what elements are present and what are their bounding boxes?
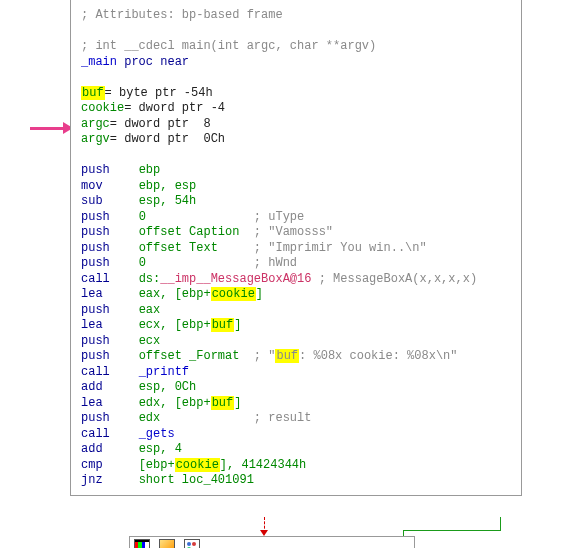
instr[interactable]: cmp [ebp+cookie], 41424344h: [81, 458, 511, 474]
instr[interactable]: push eax: [81, 303, 511, 319]
instr[interactable]: add esp, 4: [81, 442, 511, 458]
var-argv[interactable]: argv= dword ptr 0Ch: [81, 132, 511, 148]
comment-attributes: ; Attributes: bp-based frame: [81, 8, 511, 24]
graph-nodes-icon[interactable]: [184, 539, 200, 548]
instr[interactable]: lea edx, [ebp+buf]: [81, 396, 511, 412]
var-argc[interactable]: argc= dword ptr 8: [81, 117, 511, 133]
instr[interactable]: push 0 ; uType: [81, 210, 511, 226]
instr[interactable]: call _gets: [81, 427, 511, 443]
var-buf[interactable]: buf= byte ptr -54h: [81, 86, 511, 102]
var-cookie[interactable]: cookie= dword ptr -4: [81, 101, 511, 117]
instr[interactable]: call ds:__imp__MessageBoxA@16 ; MessageB…: [81, 272, 511, 288]
proc-declaration[interactable]: _main proc near: [81, 55, 511, 71]
instr[interactable]: add esp, 0Ch: [81, 380, 511, 396]
annotation-arrow: [30, 122, 72, 134]
instr[interactable]: sub esp, 54h: [81, 194, 511, 210]
instr[interactable]: push edx ; result: [81, 411, 511, 427]
instr[interactable]: lea ecx, [ebp+buf]: [81, 318, 511, 334]
disassembly-block[interactable]: ; Attributes: bp-based frame ; int __cde…: [70, 0, 522, 496]
instr[interactable]: push offset Caption ; "Vamosss": [81, 225, 511, 241]
next-block-header[interactable]: [129, 536, 415, 548]
instr[interactable]: push ecx: [81, 334, 511, 350]
flow-edge-true: [500, 517, 501, 530]
instr[interactable]: lea eax, [ebp+cookie]: [81, 287, 511, 303]
instr[interactable]: push ebp: [81, 163, 511, 179]
folder-icon[interactable]: [159, 539, 175, 548]
instr[interactable]: mov ebp, esp: [81, 179, 511, 195]
instr[interactable]: push offset _Format ; "buf: %08x cookie:…: [81, 349, 511, 365]
flow-edge-true: [403, 530, 501, 531]
instr[interactable]: push offset Text ; "Imprimir You win..\n…: [81, 241, 511, 257]
instr[interactable]: call _printf: [81, 365, 511, 381]
instr[interactable]: push 0 ; hWnd: [81, 256, 511, 272]
comment-signature: ; int __cdecl main(int argc, char **argv…: [81, 39, 511, 55]
instr[interactable]: jnz short loc_401091: [81, 473, 511, 489]
color-palette-icon[interactable]: [134, 539, 150, 548]
